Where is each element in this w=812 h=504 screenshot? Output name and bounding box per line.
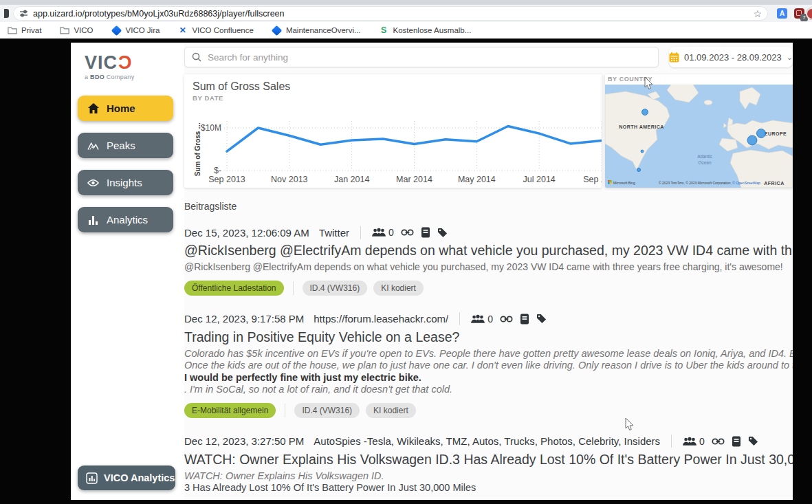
tag-pill[interactable]: KI kodiert bbox=[366, 403, 416, 418]
post-meta: Dec 15, 2023, 12:06:09 AM Twitter 0 bbox=[184, 226, 793, 239]
search-bar[interactable] bbox=[184, 47, 659, 67]
browser-chrome: app.uizard.io/prototypes/bM0yoLjx03uRdz6… bbox=[0, 0, 812, 39]
svg-text:Sum of Gross …: Sum of Gross … bbox=[194, 122, 201, 176]
bookmark-favicon: ✕ S bbox=[272, 25, 282, 36]
post-count: 0 bbox=[487, 314, 493, 325]
sidebar-item-label: Peaks bbox=[107, 140, 135, 151]
svg-text:$-: $- bbox=[214, 166, 221, 175]
date-range-picker[interactable]: 01.09.2023 - 28.09.2023 ⌄ bbox=[669, 47, 793, 67]
post-date: Dec 12, 2023, 3:27:50 PM bbox=[184, 435, 304, 447]
bookmark-favicon: ✕ S bbox=[177, 25, 188, 36]
translate-icon[interactable]: A bbox=[777, 8, 787, 19]
book-icon[interactable] bbox=[421, 227, 430, 238]
world-map[interactable]: NORTH AMERICAEUROPEAFRICAAtlanticOcean M… bbox=[605, 85, 793, 188]
bookmark-item[interactable]: ✕ S MaintenanceOvervi... bbox=[272, 25, 361, 36]
chart-title: Sum of Gross Sales bbox=[193, 80, 602, 93]
extension-icon[interactable]: 7 bbox=[794, 8, 804, 19]
sidebar-item-analytics[interactable]: Analytics bbox=[78, 207, 173, 232]
svg-text:Mar 2014: Mar 2014 bbox=[396, 175, 432, 184]
post-body-line: Colorado has $5k incentive on EVs if you… bbox=[184, 348, 793, 360]
post-meta: Dec 12, 2023, 9:17:58 PM https://forum.l… bbox=[184, 312, 793, 326]
logo-reversed-c: C bbox=[118, 54, 132, 72]
fullscreen-stage: VICC a BDO Company Home Peaks bbox=[0, 39, 812, 504]
bookmark-item[interactable]: ✕ S Privat bbox=[7, 25, 41, 36]
url-text[interactable]: app.uizard.io/prototypes/bM0yoLjx03uRdz6… bbox=[33, 9, 753, 19]
link-icon[interactable] bbox=[500, 315, 513, 323]
users-icon[interactable] bbox=[683, 437, 696, 446]
meta-divider bbox=[459, 312, 460, 325]
tag-icon[interactable] bbox=[748, 436, 758, 446]
tag-icon[interactable] bbox=[536, 314, 547, 324]
post-title[interactable]: WATCH: Owner Explains His Volkswagen ID.… bbox=[184, 452, 793, 468]
tag-pill-primary[interactable]: E-Mobilität allgemein bbox=[184, 403, 276, 418]
vico-logo: VICC a BDO Company bbox=[85, 54, 183, 80]
link-icon[interactable] bbox=[712, 437, 725, 446]
bookmark-item[interactable]: ✕ S VICO bbox=[59, 25, 93, 36]
post-body-line: . I'm in SoCal, so not a lot of rain, an… bbox=[184, 384, 793, 396]
post-source[interactable]: Twitter bbox=[319, 227, 349, 239]
post-source[interactable]: AutoSpies -Tesla, Wikileaks, TMZ, Autos,… bbox=[314, 435, 660, 447]
bookmark-label: Kostenlose Ausmalb... bbox=[393, 26, 472, 34]
sidebar-item-insights[interactable]: Insights bbox=[78, 170, 173, 195]
home-icon bbox=[87, 102, 99, 114]
users-icon[interactable] bbox=[372, 228, 386, 237]
post-count: 0 bbox=[388, 227, 394, 238]
bookmark-label: VICO bbox=[74, 26, 93, 34]
tag-divider bbox=[285, 404, 285, 417]
post-item: Dec 12, 2023, 3:27:50 PM AutoSpies -Tesl… bbox=[184, 435, 793, 494]
post-body-line: Once the kids are out of the house, we p… bbox=[184, 360, 793, 372]
app-window: VICC a BDO Company Home Peaks bbox=[71, 43, 793, 500]
peaks-icon bbox=[87, 140, 99, 151]
tag-pill[interactable]: ID.4 (VW316) bbox=[303, 281, 368, 296]
post-title[interactable]: Trading in Positive Equity Vehicle on a … bbox=[184, 329, 793, 345]
sidebar-item-peaks[interactable]: Peaks bbox=[78, 133, 173, 158]
analytics-panel-icon bbox=[86, 472, 98, 484]
link-icon[interactable] bbox=[401, 228, 414, 237]
sidebar-nav: Home Peaks Insights bbox=[71, 96, 183, 232]
post-item: Dec 12, 2023, 9:17:58 PM https://forum.l… bbox=[184, 312, 793, 418]
post-body: @RickIsenberg @ElectrifyAm depends on wh… bbox=[184, 261, 793, 274]
sidebar-item-home[interactable]: Home bbox=[78, 96, 173, 121]
tag-pill-primary[interactable]: Öffentliche Ladestation bbox=[184, 281, 284, 296]
book-icon[interactable] bbox=[732, 436, 741, 447]
bookmark-label: Privat bbox=[21, 26, 41, 34]
post-title[interactable]: @RickIsenberg @ElectrifyAm depends on wh… bbox=[184, 243, 793, 259]
toolbar-fragment bbox=[4, 9, 9, 18]
map-attribution: Microsoft Bing © 2023 TomTom, © 2023 Mic… bbox=[608, 180, 760, 185]
bookmark-label: VICO Confluence bbox=[192, 26, 254, 34]
footer-button-label: VICO Analytics bbox=[104, 472, 175, 483]
post-tags: Öffentliche LadestationID.4 (VW316)KI ko… bbox=[184, 281, 793, 296]
bookmark-item[interactable]: ✕ S VICO Confluence bbox=[177, 25, 254, 36]
svg-text:NORTH AMERICA: NORTH AMERICA bbox=[619, 124, 664, 129]
search-input[interactable] bbox=[208, 52, 651, 63]
post-date: Dec 15, 2023, 12:06:09 AM bbox=[184, 227, 309, 239]
bookmark-item[interactable]: ✕ S Kostenlose Ausmalb... bbox=[379, 25, 472, 36]
bookmark-item[interactable]: ✕ S VICO Jira bbox=[111, 25, 160, 36]
svg-text:Atlantic: Atlantic bbox=[697, 154, 712, 159]
tag-pill[interactable]: ID.4 (VW316) bbox=[294, 403, 360, 418]
date-range-value: 01.09.2023 - 28.09.2023 bbox=[684, 52, 782, 63]
bar-chart-icon bbox=[87, 214, 99, 226]
svg-text:Nov 2013: Nov 2013 bbox=[271, 175, 308, 184]
vico-analytics-button[interactable]: VICO Analytics bbox=[78, 465, 175, 490]
bookmark-label: MaintenanceOvervi... bbox=[286, 26, 361, 34]
svg-text:Ocean: Ocean bbox=[698, 160, 712, 165]
post-body-line: @RickIsenberg @ElectrifyAm depends on wh… bbox=[184, 261, 793, 274]
main-content: 01.09.2023 - 28.09.2023 ⌄ Sum of Gross S… bbox=[184, 43, 793, 500]
address-bar[interactable]: app.uizard.io/prototypes/bM0yoLjx03uRdz6… bbox=[13, 6, 768, 21]
bookmark-label: VICO Jira bbox=[126, 26, 160, 34]
site-info-icon[interactable] bbox=[19, 9, 28, 18]
bookmark-star-icon[interactable]: ☆ bbox=[753, 9, 762, 19]
logo-text: VIC bbox=[85, 52, 118, 73]
book-icon[interactable] bbox=[520, 314, 529, 325]
tag-icon[interactable] bbox=[437, 228, 448, 238]
sales-line-chart[interactable]: Sep 2013Nov 2013Jan 2014Mar 2014May 2014… bbox=[193, 102, 602, 187]
bookmark-favicon: ✕ S bbox=[59, 25, 69, 36]
post-source[interactable]: https://forum.leasehackr.com/ bbox=[314, 313, 448, 325]
users-icon[interactable] bbox=[471, 314, 485, 324]
eye-icon bbox=[87, 177, 99, 188]
tag-pill[interactable]: KI kodiert bbox=[373, 281, 424, 296]
sidebar-item-label: Analytics bbox=[107, 214, 148, 226]
post-tags: E-Mobilität allgemeinID.4 (VW316)KI kodi… bbox=[184, 403, 793, 418]
sidebar-item-label: Insights bbox=[107, 177, 142, 188]
